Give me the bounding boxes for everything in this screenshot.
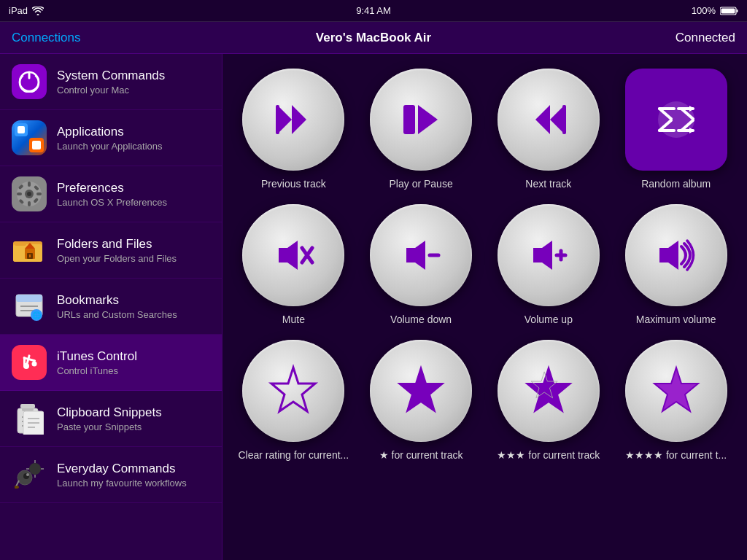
system-commands-subtitle: Control your Mac [57,85,165,96]
svg-rect-57 [403,105,415,134]
everyday-title: Everyday Commands [57,462,187,476]
sidebar-item-bookmarks[interactable]: 🌐 Bookmarks URLs and Custom Searches [0,279,222,335]
svg-point-7 [27,192,31,196]
mute-item[interactable]: Mute [237,204,350,325]
svg-rect-18 [15,241,26,246]
volume-row: Mute Volume down [237,204,732,325]
star4-item[interactable]: ★★★★ for current t... [619,340,732,461]
itunes-icon [12,345,47,380]
clipboard-icon [12,401,47,436]
max-volume-item[interactable]: Maximum volume [619,204,732,325]
connected-label: Connected [676,31,735,45]
playpause-icon [398,96,445,144]
nav-bar: Connections Vero's MacBook Air Connected [0,22,747,54]
volumedown-icon [398,232,445,279]
system-commands-icon [12,64,47,99]
itunes-title: iTunes Control [57,349,137,364]
svg-rect-8 [28,182,31,187]
sidebar-item-everyday[interactable]: Everyday Commands Launch my favourite wo… [0,447,222,503]
next-track-label: Next track [525,178,571,190]
random-album-item[interactable]: Random album [619,69,732,190]
svg-rect-2 [721,8,735,13]
svg-marker-55 [292,105,306,134]
svg-marker-76 [406,241,425,270]
star1-label: ★ for current track [379,449,463,461]
sidebar-item-preferences[interactable]: Preferences Launch OS X Preferences [0,166,222,222]
clipboard-title: Clipboard Snippets [57,405,162,420]
next-track-button[interactable] [498,69,600,171]
sidebar-item-folders[interactable]: Folders and Files Open your Folders and … [0,222,222,279]
applications-title: Applications [57,125,163,139]
sidebar-item-clipboard[interactable]: Clipboard Snippets Paste your Snippets [0,391,222,447]
volume-down-button[interactable] [370,204,472,306]
next-track-item[interactable]: Next track [492,69,605,190]
main-layout: System Commands Control your Mac Applica… [0,54,747,560]
volume-up-label: Volume up [525,314,573,325]
svg-marker-84 [527,368,570,411]
svg-line-47 [16,481,19,486]
svg-marker-83 [399,368,443,411]
folders-title: Folders and Files [57,237,177,252]
star4-icon [647,362,705,420]
sidebar-item-applications[interactable]: Applications Launch your Applications [0,110,222,166]
svg-marker-78 [533,241,552,270]
play-pause-label: Play or Pause [390,178,453,190]
sidebar-item-itunes[interactable]: iTunes Control Control iTunes [0,335,222,391]
sidebar-item-system-commands[interactable]: System Commands Control your Mac [0,54,222,110]
star0-icon [264,362,322,420]
svg-point-30 [32,362,37,367]
folders-icon [12,233,47,268]
volumemax-icon [652,232,700,279]
shuffle-icon [651,94,702,145]
svg-point-48 [15,486,19,489]
svg-marker-81 [659,241,678,270]
folders-subtitle: Open your Folders and Files [57,253,177,264]
prev-track-button[interactable] [242,69,344,171]
fastforward-icon [525,96,572,144]
svg-rect-10 [17,192,22,195]
max-volume-button[interactable] [625,204,727,306]
battery-icon [720,7,738,15]
applications-icon [12,120,47,155]
mute-button[interactable] [242,204,344,306]
svg-rect-36 [20,404,35,408]
volume-up-button[interactable] [498,204,600,306]
mute-icon [270,232,317,279]
svg-marker-86 [654,368,698,411]
clear-rating-label: Clear rating for current... [239,449,349,461]
star4-button[interactable] [625,340,727,442]
clear-rating-button[interactable] [242,340,344,442]
svg-rect-11 [36,192,42,195]
clear-rating-item[interactable]: Clear rating for current... [237,340,350,461]
status-right: 100% [692,5,738,16]
everyday-subtitle: Launch my favourite workflows [57,478,187,489]
battery-label: 100% [692,5,716,16]
everyday-text: Everyday Commands Launch my favourite wo… [57,462,187,489]
preferences-icon [12,176,47,211]
volume-down-item[interactable]: Volume down [365,204,478,325]
svg-rect-56 [276,105,279,134]
itunes-subtitle: Control iTunes [57,365,137,376]
ipad-label: iPad [9,5,28,16]
connections-button[interactable]: Connections [12,31,81,45]
volume-down-label: Volume down [390,314,452,325]
status-bar: iPad 9:41 AM 100% [0,0,747,22]
prev-track-item[interactable]: Previous track [237,69,350,190]
folders-text: Folders and Files Open your Folders and … [57,237,177,264]
itunes-text: iTunes Control Control iTunes [57,349,137,376]
volumeup-icon [525,232,572,279]
star1-button[interactable] [370,340,472,442]
svg-point-49 [29,463,41,475]
star1-item[interactable]: ★ for current track [365,340,478,461]
play-pause-item[interactable]: Play or Pause [365,69,478,190]
svg-rect-61 [562,105,566,134]
star3-item[interactable]: ★★★ for current track [492,340,605,461]
play-pause-button[interactable] [370,69,472,171]
random-album-button[interactable] [625,69,727,171]
content-area: Previous track Play or Pause [222,54,747,560]
star3-button[interactable] [498,340,600,442]
nav-title: Vero's MacBook Air [316,31,431,45]
max-volume-label: Maximum volume [636,314,716,325]
volume-up-item[interactable]: Volume up [492,204,605,325]
bookmarks-title: Bookmarks [57,293,177,308]
